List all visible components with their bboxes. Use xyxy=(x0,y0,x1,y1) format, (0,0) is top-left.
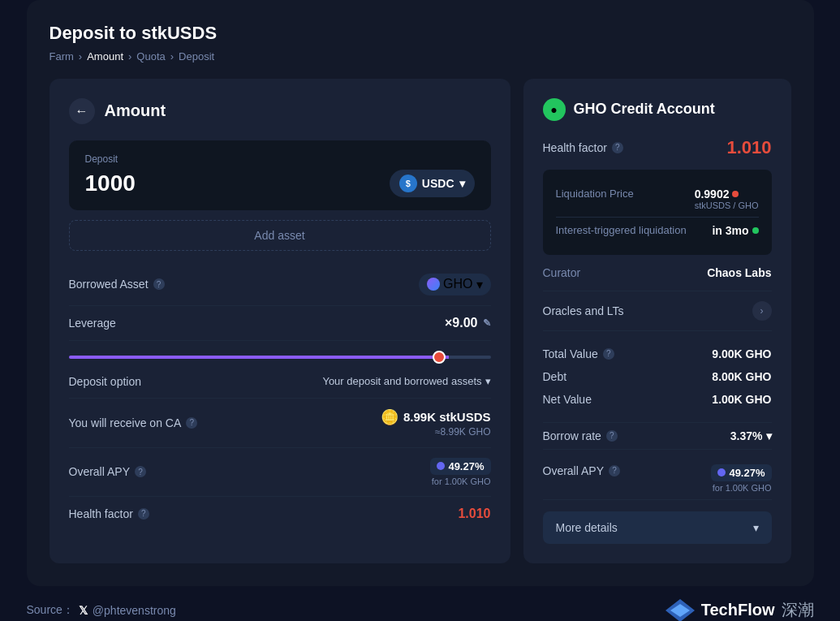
more-details-label: More details xyxy=(556,521,618,534)
green-dot-icon xyxy=(752,227,759,234)
credit-header: ● GHO Credit Account xyxy=(543,98,772,121)
leverage-row: Leverage ×9.00 ✎ xyxy=(69,306,491,341)
borrowed-asset-label: Borrowed Asset xyxy=(69,278,149,291)
receive-row: You will receive on CA ? 🪙 8.99K stkUSDS… xyxy=(69,399,491,448)
debt-value: 8.00K GHO xyxy=(712,370,771,383)
leverage-slider-container xyxy=(69,341,491,365)
gho-dot-icon xyxy=(427,278,440,291)
chevron-down-icon: ▾ xyxy=(753,521,759,534)
left-health-factor-label: Health factor xyxy=(69,507,133,520)
breadcrumb: Farm › Amount › Quota › Deposit xyxy=(50,50,791,63)
left-health-factor-row: Health factor ? 1.010 xyxy=(69,497,491,531)
borrow-rate-label: Borrow rate xyxy=(543,429,601,442)
asset-name: USDC xyxy=(422,177,454,190)
footer-source: Source： 𝕏 @phtevenstrong xyxy=(27,603,176,618)
net-value-row: Net Value 1.00K GHO xyxy=(543,388,772,411)
overall-apy-help-icon[interactable]: ? xyxy=(135,466,146,477)
borrowed-asset-help-icon[interactable]: ? xyxy=(153,278,165,290)
oracles-label: Oracles and LTs xyxy=(543,304,624,317)
deposit-option-selector[interactable]: Your deposit and borrowed assets ▾ xyxy=(322,375,490,387)
right-overall-apy-row: Overall APY ? 49.27% for 1.00K GHO xyxy=(543,458,772,500)
net-value-label: Net Value xyxy=(543,393,592,406)
x-handle: @phtevenstrong xyxy=(93,604,176,617)
right-overall-apy-label: Overall APY xyxy=(543,464,604,477)
interest-label: Interest-triggered liquidation xyxy=(556,224,687,236)
right-hf-row: Health factor ? 1.010 xyxy=(543,137,772,158)
curator-row: Curator Chaos Labs xyxy=(543,266,772,279)
leverage-slider[interactable] xyxy=(69,356,491,359)
chevron-down-icon: ▾ xyxy=(476,277,483,292)
left-health-factor-value: 1.010 xyxy=(458,507,490,521)
receive-help-icon[interactable]: ? xyxy=(186,417,197,429)
techflow-brand-name: TechFlow xyxy=(701,601,775,619)
right-hf-label: Health factor xyxy=(543,141,607,154)
left-panel: ← Amount Deposit 1000 $ USDC ▾ Add asset xyxy=(50,79,510,563)
gho-badge[interactable]: GHO ▾ xyxy=(419,274,490,295)
overall-apy-value: 49.27% xyxy=(448,460,484,472)
techflow-brand-cn: 深潮 xyxy=(782,599,814,621)
deposit-option-label: Deposit option xyxy=(69,375,142,388)
receive-label: You will receive on CA xyxy=(69,416,182,429)
back-button[interactable]: ← xyxy=(69,98,95,124)
right-hf-value: 1.010 xyxy=(726,137,771,158)
curator-value: Chaos Labs xyxy=(707,266,771,279)
borrowed-asset-row: Borrowed Asset ? GHO ▾ xyxy=(69,264,491,306)
borrow-rate-row: Borrow rate ? 3.37% ▾ xyxy=(543,422,772,450)
borrow-rate-selector[interactable]: 3.37% ▾ xyxy=(730,429,772,442)
borrowed-asset-value: GHO xyxy=(443,277,472,291)
liquidation-price-value: 0.9902 xyxy=(695,188,759,201)
deposit-option-value: Your deposit and borrowed assets xyxy=(322,375,481,387)
receive-main-value: 🪙 8.99K stkUSDS xyxy=(381,408,491,426)
apy-badge-dot-icon xyxy=(717,468,726,477)
total-value-help-icon[interactable]: ? xyxy=(603,348,614,360)
liquidation-price-sub: stkUSDS / GHO xyxy=(695,201,759,210)
deposit-label: Deposit xyxy=(85,153,475,165)
footer: Source： 𝕏 @phtevenstrong TechFlow 深潮 xyxy=(27,586,814,622)
debt-row: Debt 8.00K GHO xyxy=(543,365,772,388)
hf-help-icon[interactable]: ? xyxy=(138,508,149,520)
liquidation-price-row: Liquidation Price 0.9902 stkUSDS / GHO xyxy=(556,181,759,218)
net-value: 1.00K GHO xyxy=(712,393,771,406)
credit-icon: ● xyxy=(543,98,566,121)
more-details-button[interactable]: More details ▾ xyxy=(543,511,772,544)
total-value: 9.00K GHO xyxy=(712,347,771,360)
overall-apy-label: Overall APY xyxy=(69,465,130,478)
right-overall-apy-for: for 1.00K GHO xyxy=(711,483,771,493)
leverage-value: ×9.00 xyxy=(445,316,477,330)
deposit-option-row: Deposit option Your deposit and borrowed… xyxy=(69,365,491,399)
deposit-amount: 1000 xyxy=(85,170,136,196)
apy-dot-icon xyxy=(437,462,445,470)
oracles-row[interactable]: Oracles and LTs › xyxy=(543,291,772,331)
red-dot-icon xyxy=(732,191,739,197)
curator-label: Curator xyxy=(543,266,581,279)
edit-icon[interactable]: ✎ xyxy=(483,317,491,329)
right-overall-apy-value: 49.27% xyxy=(729,467,765,479)
receive-sub-value: ≈8.99K GHO xyxy=(381,426,491,438)
add-asset-button[interactable]: Add asset xyxy=(69,220,491,251)
source-text: Source： xyxy=(27,603,74,618)
borrow-rate-chevron-icon: ▾ xyxy=(766,429,772,442)
overall-apy-row: Overall APY ? 49.27% for 1.00K GHO xyxy=(69,448,491,497)
borrow-rate-value: 3.37% xyxy=(730,429,763,442)
credit-title: GHO Credit Account xyxy=(574,101,715,118)
leverage-label: Leverage xyxy=(69,317,116,330)
interest-liquidation-row: Interest-triggered liquidation in 3mo xyxy=(556,218,759,244)
chevron-right-icon: › xyxy=(752,301,772,321)
right-apy-help-icon[interactable]: ? xyxy=(609,465,620,477)
borrow-rate-help-icon[interactable]: ? xyxy=(606,430,618,442)
asset-selector[interactable]: $ USDC ▾ xyxy=(390,170,475,197)
right-panel: ● GHO Credit Account Health factor ? 1.0… xyxy=(523,79,791,563)
stats-section: Total Value ? 9.00K GHO Debt 8.00K GHO N… xyxy=(543,343,772,411)
debt-label: Debt xyxy=(543,370,567,383)
overall-apy-for: for 1.00K GHO xyxy=(430,477,490,486)
chevron-down-icon: ▾ xyxy=(459,177,465,190)
right-overall-apy-badge: 49.27% xyxy=(711,464,771,481)
overall-apy-badge: 49.27% xyxy=(430,458,490,475)
total-value-row: Total Value ? 9.00K GHO xyxy=(543,343,772,365)
page-title: Deposit to stkUSDS xyxy=(50,23,791,44)
right-hf-help-icon[interactable]: ? xyxy=(612,142,623,153)
chevron-down-icon: ▾ xyxy=(485,375,491,387)
techflow-logo: TechFlow 深潮 xyxy=(666,599,814,622)
usdc-icon: $ xyxy=(399,175,417,192)
interest-value: in 3mo xyxy=(712,224,748,237)
